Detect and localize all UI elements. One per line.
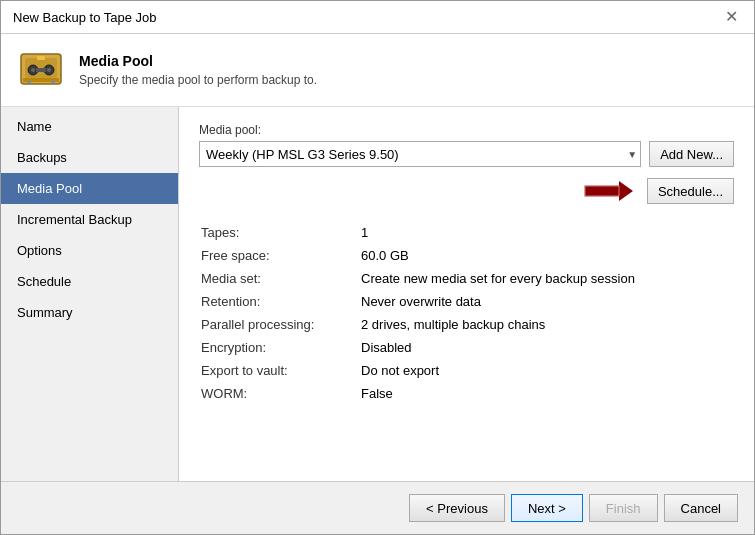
media-pool-dropdown[interactable]: Weekly (HP MSL G3 Series 9.50) — [199, 141, 641, 167]
info-table: Tapes:1Free space:60.0 GBMedia set:Creat… — [199, 221, 734, 405]
sidebar: Name Backups Media Pool Incremental Back… — [1, 107, 179, 481]
info-label: Encryption: — [199, 336, 359, 359]
table-row: WORM:False — [199, 382, 734, 405]
sidebar-item-schedule[interactable]: Schedule — [1, 266, 178, 297]
header: Media Pool Specify the media pool to per… — [1, 34, 754, 107]
table-row: Free space:60.0 GB — [199, 244, 734, 267]
info-label: Retention: — [199, 290, 359, 313]
info-label: WORM: — [199, 382, 359, 405]
dialog: New Backup to Tape Job ✕ Media Pool Spe — [0, 0, 755, 535]
table-row: Parallel processing:2 drives, multiple b… — [199, 313, 734, 336]
info-label: Free space: — [199, 244, 359, 267]
info-label: Tapes: — [199, 221, 359, 244]
info-label: Export to vault: — [199, 359, 359, 382]
footer: < Previous Next > Finish Cancel — [1, 481, 754, 534]
schedule-button[interactable]: Schedule... — [647, 178, 734, 204]
header-text: Media Pool Specify the media pool to per… — [79, 53, 317, 87]
sidebar-item-summary[interactable]: Summary — [1, 297, 178, 328]
table-row: Retention:Never overwrite data — [199, 290, 734, 313]
sidebar-item-name[interactable]: Name — [1, 111, 178, 142]
previous-button[interactable]: < Previous — [409, 494, 505, 522]
table-row: Export to vault:Do not export — [199, 359, 734, 382]
next-button[interactable]: Next > — [511, 494, 583, 522]
close-button[interactable]: ✕ — [721, 9, 742, 25]
add-new-button[interactable]: Add New... — [649, 141, 734, 167]
main-content: Media pool: Weekly (HP MSL G3 Series 9.5… — [179, 107, 754, 481]
table-row: Media set:Create new media set for every… — [199, 267, 734, 290]
dialog-title: New Backup to Tape Job — [13, 10, 157, 25]
info-value: False — [359, 382, 734, 405]
svg-rect-9 — [51, 80, 55, 83]
body: Name Backups Media Pool Incremental Back… — [1, 107, 754, 481]
svg-point-4 — [31, 68, 35, 72]
header-title: Media Pool — [79, 53, 317, 69]
info-value: 1 — [359, 221, 734, 244]
svg-rect-11 — [585, 186, 619, 196]
info-label: Parallel processing: — [199, 313, 359, 336]
tape-icon — [17, 46, 65, 94]
media-pool-row: Weekly (HP MSL G3 Series 9.50) ▼ Add New… — [199, 141, 734, 167]
sidebar-item-backups[interactable]: Backups — [1, 142, 178, 173]
arrow-indicator — [583, 177, 635, 205]
info-label: Media set: — [199, 267, 359, 290]
info-value: Never overwrite data — [359, 290, 734, 313]
header-description: Specify the media pool to perform backup… — [79, 73, 317, 87]
info-value: Disabled — [359, 336, 734, 359]
svg-point-6 — [47, 68, 51, 72]
svg-rect-10 — [37, 56, 45, 60]
svg-marker-12 — [619, 181, 633, 201]
media-pool-dropdown-wrapper: Weekly (HP MSL G3 Series 9.50) ▼ — [199, 141, 641, 167]
info-value: 60.0 GB — [359, 244, 734, 267]
table-row: Tapes:1 — [199, 221, 734, 244]
title-bar: New Backup to Tape Job ✕ — [1, 1, 754, 34]
info-value: 2 drives, multiple backup chains — [359, 313, 734, 336]
info-value: Do not export — [359, 359, 734, 382]
cancel-button[interactable]: Cancel — [664, 494, 738, 522]
info-value: Create new media set for every backup se… — [359, 267, 734, 290]
svg-rect-8 — [27, 80, 31, 83]
arrow-icon — [583, 177, 635, 205]
table-row: Encryption:Disabled — [199, 336, 734, 359]
svg-rect-7 — [36, 68, 46, 72]
sidebar-item-options[interactable]: Options — [1, 235, 178, 266]
sidebar-item-media-pool[interactable]: Media Pool — [1, 173, 178, 204]
finish-button[interactable]: Finish — [589, 494, 658, 522]
media-pool-label: Media pool: — [199, 123, 734, 137]
sidebar-item-incremental-backup[interactable]: Incremental Backup — [1, 204, 178, 235]
schedule-row: Schedule... — [199, 177, 734, 205]
